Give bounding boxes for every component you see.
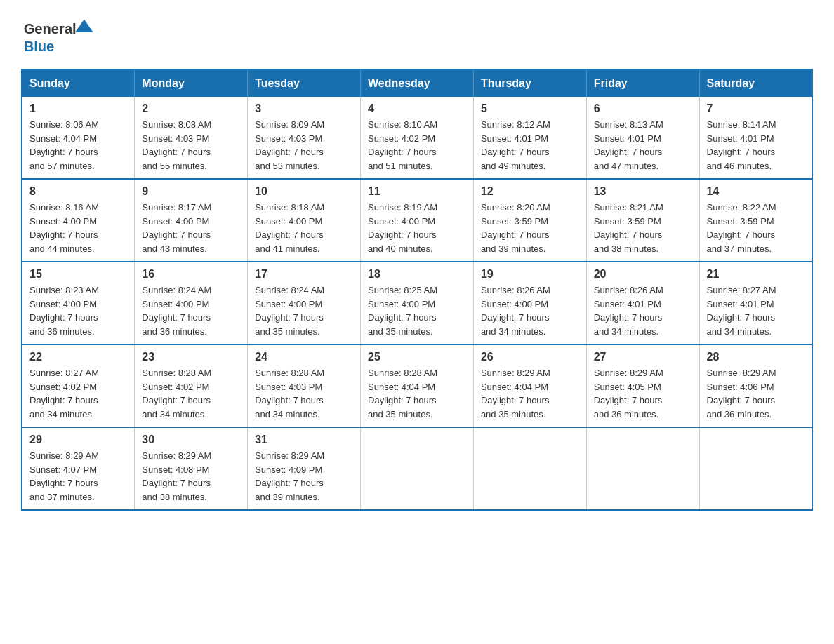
day-number: 30 <box>142 434 240 446</box>
day-info: Sunrise: 8:19 AMSunset: 4:00 PMDaylight:… <box>368 201 466 255</box>
calendar-cell: 18Sunrise: 8:25 AMSunset: 4:00 PMDayligh… <box>361 262 474 344</box>
logo: General Blue <box>21 14 98 56</box>
calendar-cell <box>361 427 474 510</box>
day-info: Sunrise: 8:28 AMSunset: 4:04 PMDaylight:… <box>368 366 466 421</box>
day-info: Sunrise: 8:27 AMSunset: 4:01 PMDaylight:… <box>707 283 805 338</box>
day-info: Sunrise: 8:22 AMSunset: 3:59 PMDaylight:… <box>707 201 805 255</box>
day-number: 16 <box>142 268 240 281</box>
day-number: 29 <box>29 434 127 446</box>
calendar-cell: 17Sunrise: 8:24 AMSunset: 4:00 PMDayligh… <box>248 262 361 344</box>
calendar-cell: 27Sunrise: 8:29 AMSunset: 4:05 PMDayligh… <box>586 344 699 427</box>
calendar-cell: 25Sunrise: 8:28 AMSunset: 4:04 PMDayligh… <box>361 344 474 427</box>
calendar-cell: 16Sunrise: 8:24 AMSunset: 4:00 PMDayligh… <box>135 262 248 344</box>
day-number: 15 <box>29 268 127 281</box>
day-number: 13 <box>594 185 692 198</box>
day-info: Sunrise: 8:06 AMSunset: 4:04 PMDaylight:… <box>29 118 127 173</box>
col-header-wednesday: Wednesday <box>361 69 474 97</box>
calendar-cell: 28Sunrise: 8:29 AMSunset: 4:06 PMDayligh… <box>699 344 812 427</box>
calendar-cell: 22Sunrise: 8:27 AMSunset: 4:02 PMDayligh… <box>22 344 135 427</box>
calendar-table: SundayMondayTuesdayWednesdayThursdayFrid… <box>21 69 813 511</box>
calendar-week-row: 15Sunrise: 8:23 AMSunset: 4:00 PMDayligh… <box>22 262 812 344</box>
day-info: Sunrise: 8:17 AMSunset: 4:00 PMDaylight:… <box>142 201 240 255</box>
calendar-cell: 12Sunrise: 8:20 AMSunset: 3:59 PMDayligh… <box>473 179 586 262</box>
day-info: Sunrise: 8:29 AMSunset: 4:05 PMDaylight:… <box>594 366 692 421</box>
day-info: Sunrise: 8:09 AMSunset: 4:03 PMDaylight:… <box>255 118 353 173</box>
day-info: Sunrise: 8:29 AMSunset: 4:04 PMDaylight:… <box>481 366 579 421</box>
day-number: 10 <box>255 185 353 198</box>
day-info: Sunrise: 8:13 AMSunset: 4:01 PMDaylight:… <box>594 118 692 173</box>
calendar-header-row: SundayMondayTuesdayWednesdayThursdayFrid… <box>22 69 812 97</box>
day-number: 28 <box>707 351 805 363</box>
day-number: 9 <box>142 185 240 198</box>
day-info: Sunrise: 8:24 AMSunset: 4:00 PMDaylight:… <box>255 283 353 338</box>
page-header: General Blue <box>21 14 813 56</box>
calendar-cell: 13Sunrise: 8:21 AMSunset: 3:59 PMDayligh… <box>586 179 699 262</box>
calendar-cell: 21Sunrise: 8:27 AMSunset: 4:01 PMDayligh… <box>699 262 812 344</box>
day-info: Sunrise: 8:23 AMSunset: 4:00 PMDaylight:… <box>29 283 127 338</box>
col-header-tuesday: Tuesday <box>248 69 361 97</box>
day-number: 21 <box>707 268 805 281</box>
calendar-cell: 23Sunrise: 8:28 AMSunset: 4:02 PMDayligh… <box>135 344 248 427</box>
day-number: 22 <box>29 351 127 363</box>
day-number: 11 <box>368 185 466 198</box>
day-info: Sunrise: 8:12 AMSunset: 4:01 PMDaylight:… <box>481 118 579 173</box>
calendar-cell: 6Sunrise: 8:13 AMSunset: 4:01 PMDaylight… <box>586 97 699 179</box>
day-info: Sunrise: 8:26 AMSunset: 4:00 PMDaylight:… <box>481 283 579 338</box>
col-header-sunday: Sunday <box>22 69 135 97</box>
logo-svg: General Blue <box>21 14 98 56</box>
calendar-week-row: 1Sunrise: 8:06 AMSunset: 4:04 PMDaylight… <box>22 97 812 179</box>
calendar-cell <box>473 427 586 510</box>
day-info: Sunrise: 8:28 AMSunset: 4:03 PMDaylight:… <box>255 366 353 421</box>
day-info: Sunrise: 8:16 AMSunset: 4:00 PMDaylight:… <box>29 201 127 255</box>
day-number: 19 <box>481 268 579 281</box>
day-number: 27 <box>594 351 692 363</box>
calendar-week-row: 22Sunrise: 8:27 AMSunset: 4:02 PMDayligh… <box>22 344 812 427</box>
day-number: 12 <box>481 185 579 198</box>
col-header-friday: Friday <box>586 69 699 97</box>
calendar-cell: 29Sunrise: 8:29 AMSunset: 4:07 PMDayligh… <box>22 427 135 510</box>
calendar-cell: 8Sunrise: 8:16 AMSunset: 4:00 PMDaylight… <box>22 179 135 262</box>
day-number: 5 <box>481 102 579 115</box>
svg-text:General: General <box>24 21 77 36</box>
day-info: Sunrise: 8:14 AMSunset: 4:01 PMDaylight:… <box>707 118 805 173</box>
calendar-week-row: 8Sunrise: 8:16 AMSunset: 4:00 PMDaylight… <box>22 179 812 262</box>
day-number: 14 <box>707 185 805 198</box>
calendar-cell: 31Sunrise: 8:29 AMSunset: 4:09 PMDayligh… <box>248 427 361 510</box>
day-info: Sunrise: 8:25 AMSunset: 4:00 PMDaylight:… <box>368 283 466 338</box>
day-info: Sunrise: 8:21 AMSunset: 3:59 PMDaylight:… <box>594 201 692 255</box>
day-info: Sunrise: 8:27 AMSunset: 4:02 PMDaylight:… <box>29 366 127 421</box>
day-info: Sunrise: 8:24 AMSunset: 4:00 PMDaylight:… <box>142 283 240 338</box>
day-info: Sunrise: 8:10 AMSunset: 4:02 PMDaylight:… <box>368 118 466 173</box>
day-number: 8 <box>29 185 127 198</box>
calendar-cell: 5Sunrise: 8:12 AMSunset: 4:01 PMDaylight… <box>473 97 586 179</box>
day-number: 31 <box>255 434 353 446</box>
day-info: Sunrise: 8:29 AMSunset: 4:08 PMDaylight:… <box>142 449 240 504</box>
day-info: Sunrise: 8:20 AMSunset: 3:59 PMDaylight:… <box>481 201 579 255</box>
col-header-thursday: Thursday <box>473 69 586 97</box>
calendar-cell: 2Sunrise: 8:08 AMSunset: 4:03 PMDaylight… <box>135 97 248 179</box>
calendar-cell <box>699 427 812 510</box>
day-info: Sunrise: 8:29 AMSunset: 4:07 PMDaylight:… <box>29 449 127 504</box>
day-number: 3 <box>255 102 353 115</box>
calendar-cell: 15Sunrise: 8:23 AMSunset: 4:00 PMDayligh… <box>22 262 135 344</box>
calendar-cell: 26Sunrise: 8:29 AMSunset: 4:04 PMDayligh… <box>473 344 586 427</box>
day-info: Sunrise: 8:08 AMSunset: 4:03 PMDaylight:… <box>142 118 240 173</box>
day-number: 6 <box>594 102 692 115</box>
calendar-cell: 3Sunrise: 8:09 AMSunset: 4:03 PMDaylight… <box>248 97 361 179</box>
calendar-cell: 20Sunrise: 8:26 AMSunset: 4:01 PMDayligh… <box>586 262 699 344</box>
calendar-cell <box>586 427 699 510</box>
calendar-cell: 7Sunrise: 8:14 AMSunset: 4:01 PMDaylight… <box>699 97 812 179</box>
calendar-cell: 14Sunrise: 8:22 AMSunset: 3:59 PMDayligh… <box>699 179 812 262</box>
day-number: 23 <box>142 351 240 363</box>
svg-marker-1 <box>75 20 93 32</box>
day-number: 4 <box>368 102 466 115</box>
day-number: 26 <box>481 351 579 363</box>
calendar-cell: 11Sunrise: 8:19 AMSunset: 4:00 PMDayligh… <box>361 179 474 262</box>
calendar-week-row: 29Sunrise: 8:29 AMSunset: 4:07 PMDayligh… <box>22 427 812 510</box>
calendar-cell: 9Sunrise: 8:17 AMSunset: 4:00 PMDaylight… <box>135 179 248 262</box>
day-number: 2 <box>142 102 240 115</box>
day-number: 7 <box>707 102 805 115</box>
day-number: 24 <box>255 351 353 363</box>
day-number: 25 <box>368 351 466 363</box>
calendar-cell: 30Sunrise: 8:29 AMSunset: 4:08 PMDayligh… <box>135 427 248 510</box>
